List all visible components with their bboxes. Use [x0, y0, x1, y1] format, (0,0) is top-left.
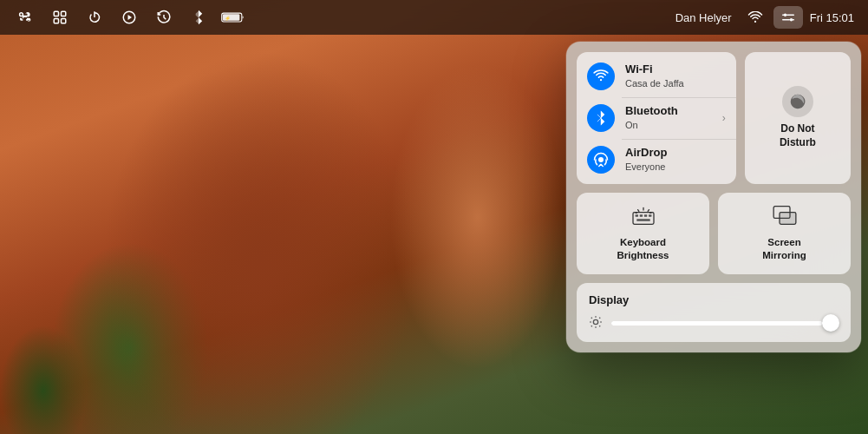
airdrop-subtitle: Everyone: [625, 161, 726, 173]
svg-rect-1: [62, 11, 66, 16]
svg-rect-20: [649, 214, 651, 217]
wifi-menu-icon[interactable]: [741, 6, 770, 29]
svg-rect-16: [633, 213, 654, 225]
screen-mirroring-icon: [773, 205, 797, 231]
svg-line-36: [591, 326, 592, 326]
brightness-track: [611, 321, 823, 326]
brightness-slider[interactable]: [611, 321, 839, 326]
history-icon[interactable]: [149, 6, 179, 29]
wifi-icon-wrap: [587, 62, 615, 90]
menubar-right: Dan Helyer Fri 15:01: [670, 6, 858, 29]
svg-line-26: [649, 213, 651, 214]
battery-icon[interactable]: ⚡: [219, 6, 248, 29]
display-section: Display: [577, 283, 851, 342]
svg-point-15: [598, 157, 604, 162]
brightness-row: [589, 315, 839, 332]
svg-rect-21: [636, 219, 649, 221]
menubar-username[interactable]: Dan Helyer: [670, 11, 737, 24]
bluetooth-menu-icon[interactable]: [184, 6, 213, 29]
airdrop-title: AirDrop: [625, 146, 726, 161]
display-title: Display: [589, 293, 839, 306]
grid-icon[interactable]: [45, 6, 75, 29]
svg-rect-17: [635, 214, 637, 217]
bluetooth-text: Bluetooth On: [625, 104, 712, 131]
svg-line-37: [599, 318, 600, 319]
svg-rect-3: [62, 19, 66, 23]
keyboard-brightness-icon: [631, 205, 656, 231]
screen-mirroring-label: Screen Mirroring: [762, 236, 806, 262]
svg-rect-0: [54, 11, 58, 16]
bluetooth-chevron-icon: ›: [722, 112, 726, 124]
power-icon[interactable]: [80, 6, 109, 29]
svg-line-23: [637, 210, 638, 212]
wifi-title: Wi-Fi: [625, 62, 726, 77]
brightness-icon: [589, 315, 603, 332]
wifi-text: Wi-Fi Casa de Jaffa: [625, 62, 726, 89]
airdrop-icon-wrap: [587, 146, 615, 174]
airdrop-item[interactable]: AirDrop Everyone: [577, 139, 736, 181]
svg-line-24: [648, 210, 649, 212]
bluetooth-subtitle: On: [625, 119, 712, 131]
cc-second-row: Keyboard Brightness Screen Mirroring: [577, 193, 851, 274]
brightness-thumb: [822, 314, 839, 332]
svg-rect-18: [639, 214, 642, 217]
svg-text:⚡: ⚡: [225, 15, 231, 22]
connectivity-panel: Wi-Fi Casa de Jaffa Bluetooth On ›: [577, 52, 736, 184]
svg-rect-19: [643, 214, 646, 217]
control-center-icon[interactable]: [773, 6, 803, 29]
do-not-disturb-icon: [782, 86, 813, 117]
svg-line-33: [599, 326, 600, 326]
keyboard-brightness-label: Keyboard Brightness: [617, 236, 669, 262]
play-icon[interactable]: [114, 6, 144, 29]
svg-line-25: [635, 213, 636, 214]
bluetooth-item[interactable]: Bluetooth On ›: [577, 97, 736, 139]
svg-point-29: [593, 319, 597, 324]
screen-mirroring-tile[interactable]: Screen Mirroring: [718, 193, 851, 274]
airdrop-text: AirDrop Everyone: [625, 146, 726, 173]
svg-rect-28: [780, 213, 796, 225]
wifi-item[interactable]: Wi-Fi Casa de Jaffa: [577, 56, 736, 97]
keyboard-brightness-tile[interactable]: Keyboard Brightness: [577, 193, 709, 274]
control-center-panel: Wi-Fi Casa de Jaffa Bluetooth On ›: [566, 42, 861, 352]
dnd-label: Do Not Disturb: [780, 122, 816, 149]
bluetooth-icon-wrap: [587, 104, 615, 132]
cc-top-row: Wi-Fi Casa de Jaffa Bluetooth On ›: [577, 52, 851, 184]
svg-line-32: [591, 318, 592, 319]
menubar: ⚡ Dan Helyer Fri 15:01: [0, 0, 868, 35]
menubar-left: ⚡: [10, 6, 670, 29]
do-not-disturb-button[interactable]: Do Not Disturb: [745, 52, 851, 184]
command-icon[interactable]: [10, 6, 40, 29]
wifi-subtitle: Casa de Jaffa: [625, 77, 726, 89]
menubar-time: Fri 15:01: [806, 11, 858, 24]
svg-rect-2: [54, 19, 58, 23]
bluetooth-title: Bluetooth: [625, 104, 712, 119]
svg-marker-5: [128, 15, 133, 20]
